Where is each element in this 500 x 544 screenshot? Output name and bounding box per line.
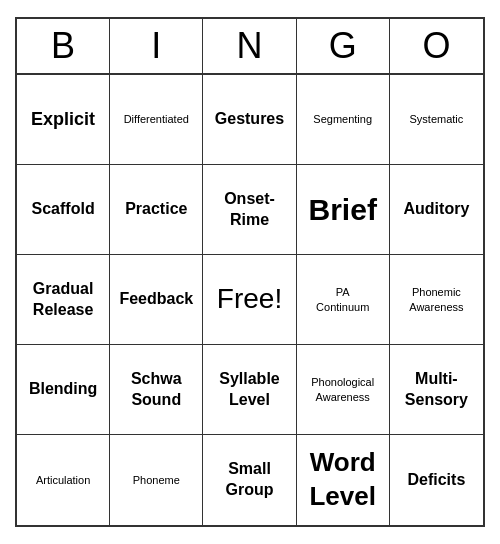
bingo-cell: Blending (17, 345, 110, 435)
cell-text: Multi-Sensory (405, 369, 468, 411)
bingo-cell: Differentiated (110, 75, 203, 165)
cell-text: Systematic (409, 112, 463, 126)
header-letter: I (110, 19, 203, 73)
bingo-cell: Practice (110, 165, 203, 255)
header-letter: B (17, 19, 110, 73)
cell-text: Feedback (119, 289, 193, 310)
cell-text: Phoneme (133, 473, 180, 487)
bingo-cell: Free! (203, 255, 296, 345)
cell-text: Blending (29, 379, 97, 400)
bingo-cell: GradualRelease (17, 255, 110, 345)
bingo-cell: SyllableLevel (203, 345, 296, 435)
bingo-header: BINGO (17, 19, 483, 75)
bingo-cell: Explicit (17, 75, 110, 165)
bingo-cell: Segmenting (297, 75, 390, 165)
bingo-grid: ExplicitDifferentiatedGesturesSegmenting… (17, 75, 483, 525)
bingo-cell: Systematic (390, 75, 483, 165)
bingo-cell: SchwaSound (110, 345, 203, 435)
cell-text: Practice (125, 199, 187, 220)
cell-text: Free! (217, 281, 282, 317)
cell-text: Explicit (31, 108, 95, 131)
bingo-cell: PAContinuum (297, 255, 390, 345)
bingo-cell: Onset-Rime (203, 165, 296, 255)
cell-text: PAContinuum (316, 285, 369, 314)
cell-text: Scaffold (32, 199, 95, 220)
bingo-card: BINGO ExplicitDifferentiatedGesturesSegm… (15, 17, 485, 527)
bingo-cell: Phoneme (110, 435, 203, 525)
bingo-cell: PhonemicAwareness (390, 255, 483, 345)
bingo-cell: Deficits (390, 435, 483, 525)
bingo-cell: Articulation (17, 435, 110, 525)
bingo-cell: SmallGroup (203, 435, 296, 525)
bingo-cell: Multi-Sensory (390, 345, 483, 435)
cell-text: Segmenting (313, 112, 372, 126)
cell-text: Auditory (404, 199, 470, 220)
cell-text: PhonologicalAwareness (311, 375, 374, 404)
cell-text: GradualRelease (33, 279, 94, 321)
cell-text: Differentiated (124, 112, 189, 126)
cell-text: Gestures (215, 109, 284, 130)
cell-text: WordLevel (309, 446, 376, 514)
cell-text: SyllableLevel (219, 369, 279, 411)
cell-text: Deficits (407, 470, 465, 491)
bingo-cell: Feedback (110, 255, 203, 345)
cell-text: PhonemicAwareness (409, 285, 463, 314)
bingo-cell: Brief (297, 165, 390, 255)
header-letter: N (203, 19, 296, 73)
cell-text: Articulation (36, 473, 90, 487)
cell-text: SchwaSound (131, 369, 182, 411)
bingo-cell: Gestures (203, 75, 296, 165)
cell-text: Brief (309, 190, 377, 229)
bingo-cell: WordLevel (297, 435, 390, 525)
bingo-cell: Auditory (390, 165, 483, 255)
cell-text: Onset-Rime (224, 189, 275, 231)
cell-text: SmallGroup (225, 459, 273, 501)
header-letter: G (297, 19, 390, 73)
header-letter: O (390, 19, 483, 73)
bingo-cell: PhonologicalAwareness (297, 345, 390, 435)
bingo-cell: Scaffold (17, 165, 110, 255)
